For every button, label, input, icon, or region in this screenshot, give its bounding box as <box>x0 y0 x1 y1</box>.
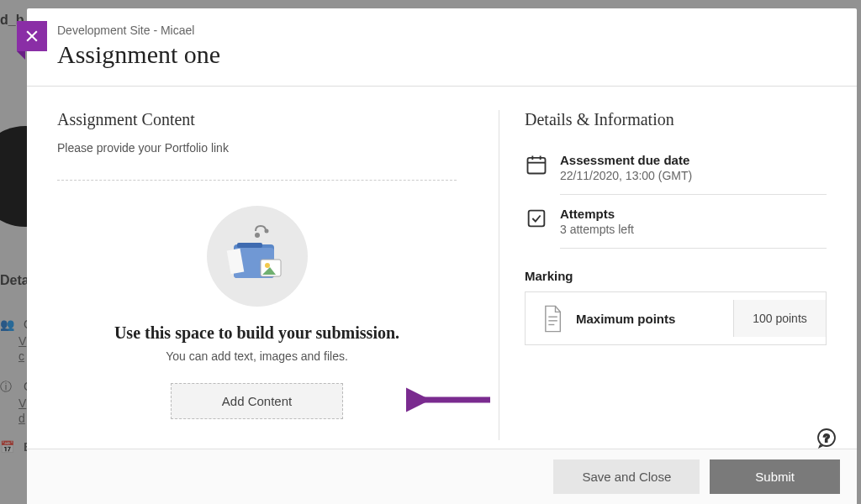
backdrop-tab: Deta <box>0 273 29 288</box>
marking-title: Marking <box>525 269 827 283</box>
detail-due-date: Assessment due date 22/11/2020, 13:00 (G… <box>525 141 827 194</box>
backdrop-link: V <box>18 334 26 348</box>
assignment-modal: Development Site - Micael Assignment one… <box>27 8 857 504</box>
svg-point-6 <box>265 263 270 268</box>
backdrop-link: d <box>18 412 25 425</box>
calendar-icon <box>525 153 548 176</box>
divider <box>57 180 457 181</box>
svg-rect-11 <box>528 158 546 174</box>
assignment-content-column: Assignment Content Please provide your P… <box>57 110 473 440</box>
content-instruction: Please provide your Portfolio link <box>57 141 457 155</box>
people-icon: 👥 <box>0 318 15 333</box>
backdrop-link: c <box>18 349 24 363</box>
submission-illustration <box>207 206 308 307</box>
svg-rect-4 <box>237 243 262 248</box>
svg-point-9 <box>264 229 268 234</box>
submission-area: Use this space to build your submission.… <box>57 206 457 419</box>
marking-box: Maximum points 100 points <box>525 291 827 345</box>
svg-text:?: ? <box>823 432 830 444</box>
checkbox-icon <box>525 207 548 230</box>
modal-body: Assignment Content Please provide your P… <box>27 87 857 449</box>
calendar-icon: 📅 <box>0 440 15 455</box>
content-section-title: Assignment Content <box>57 110 457 129</box>
submit-button[interactable]: Submit <box>710 459 840 494</box>
details-column: Details & Information Assessment due dat… <box>499 110 827 440</box>
submission-heading: Use this space to build your submission. <box>57 323 457 343</box>
close-button[interactable] <box>17 21 47 51</box>
svg-rect-15 <box>529 211 545 227</box>
info-icon: ⓘ <box>0 380 15 395</box>
add-content-button[interactable]: Add Content <box>171 383 343 419</box>
annotation-arrow <box>406 387 499 416</box>
modal-footer: Save and Close Submit <box>27 449 857 504</box>
max-points-label: Maximum points <box>576 312 675 326</box>
svg-point-8 <box>255 233 260 238</box>
attempts-label: Attempts <box>560 207 634 221</box>
max-points-value: 100 points <box>733 300 826 337</box>
backdrop-link: V <box>18 396 26 410</box>
submission-subtext: You can add text, images and files. <box>57 349 457 363</box>
help-button[interactable]: ? <box>815 427 838 450</box>
save-close-button[interactable]: Save and Close <box>553 459 700 494</box>
breadcrumb: Development Site - Micael <box>57 24 827 37</box>
page-title: Assignment one <box>57 40 827 69</box>
divider <box>560 248 827 249</box>
attempts-value: 3 attempts left <box>560 223 634 236</box>
details-section-title: Details & Information <box>525 110 827 129</box>
due-date-label: Assessment due date <box>560 153 692 167</box>
modal-header: Development Site - Micael Assignment one <box>27 8 857 87</box>
document-icon <box>541 304 564 333</box>
marking-label-area: Maximum points <box>526 292 733 344</box>
details-list: Assessment due date 22/11/2020, 13:00 (G… <box>525 141 827 249</box>
detail-attempts: Attempts 3 attempts left <box>525 195 827 248</box>
close-icon <box>24 28 40 45</box>
due-date-value: 22/11/2020, 13:00 (GMT) <box>560 169 692 182</box>
